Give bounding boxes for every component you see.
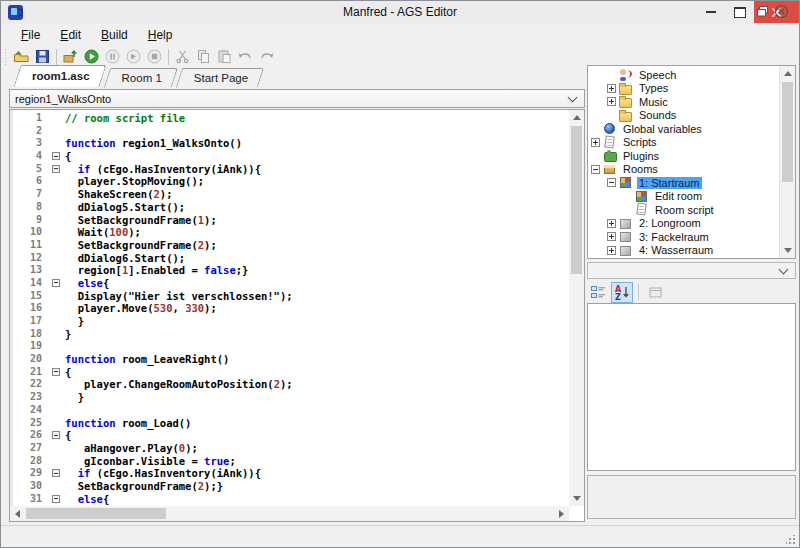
fold-collapse-icon[interactable] — [52, 495, 60, 503]
folder-icon — [619, 82, 633, 95]
tree-item-scripts[interactable]: Scripts — [589, 136, 779, 150]
room-gray-icon — [619, 230, 633, 243]
build-button[interactable] — [60, 47, 81, 67]
vertical-scroll-thumb[interactable] — [782, 82, 793, 182]
code-line: 18} — [10, 328, 569, 341]
project-tree[interactable]: SpeechTypesMusicSoundsGlobal variablesSc… — [587, 65, 796, 259]
tree-item-label: Sounds — [637, 109, 678, 121]
code-line: 1// room script file — [10, 112, 569, 125]
status-bar — [1, 525, 799, 548]
scroll-down-button[interactable] — [569, 491, 584, 506]
minimize-button[interactable] — [696, 1, 725, 23]
code-line: 11 SetBackgroundFrame(2); — [10, 239, 569, 252]
fold-margin — [50, 150, 65, 163]
scroll-up-button[interactable] — [780, 66, 795, 81]
code-area[interactable]: 1// room script file23function region1_W… — [10, 110, 569, 506]
function-dropdown[interactable]: region1_WalksOnto — [9, 89, 585, 108]
save-button[interactable] — [32, 47, 53, 67]
tree-item-4-wasserraum[interactable]: 4: Wasserraum — [589, 244, 779, 258]
collapse-minus-icon[interactable] — [591, 165, 600, 174]
menu-item-help[interactable]: Help — [140, 26, 181, 44]
tree-item-plugins[interactable]: Plugins — [589, 149, 779, 163]
paste-button[interactable] — [214, 47, 235, 67]
line-number: 16 — [10, 302, 50, 315]
tree-item-speech[interactable]: Speech — [589, 68, 779, 82]
window-list-button[interactable] — [755, 4, 770, 23]
code-text: gIconbar.Visible = true; — [65, 455, 236, 468]
tree-item-label: 1: Startraum — [637, 177, 702, 189]
code-line: 3function region1_WalksOnto() — [10, 137, 569, 150]
fold-collapse-icon[interactable] — [52, 165, 60, 173]
undo-button[interactable] — [235, 47, 256, 67]
tree-item-types[interactable]: Types — [589, 82, 779, 96]
tree-filter-dropdown[interactable] — [587, 262, 796, 279]
tree-item-label: Rooms — [621, 163, 660, 175]
tree-item-music[interactable]: Music — [589, 95, 779, 109]
script-editor[interactable]: 1// room script file23function region1_W… — [9, 109, 585, 522]
tree-item-3-fackelraum[interactable]: 3: Fackelraum — [589, 230, 779, 244]
expand-plus-icon[interactable] — [607, 246, 616, 255]
scroll-down-button[interactable] — [780, 243, 795, 258]
open-file-button[interactable] — [11, 47, 32, 67]
scroll-left-button[interactable] — [10, 506, 25, 521]
editor-horizontal-scrollbar[interactable] — [10, 506, 569, 521]
expand-plus-icon[interactable] — [607, 84, 616, 93]
run-button[interactable] — [81, 47, 102, 67]
expand-plus-icon[interactable] — [607, 232, 616, 241]
scroll-right-button[interactable] — [554, 506, 569, 521]
fold-collapse-icon[interactable] — [52, 431, 60, 439]
fold-collapse-icon[interactable] — [52, 368, 60, 376]
alphabetical-sort-button[interactable]: A Z — [611, 282, 633, 303]
code-line: 30 SetBackgroundFrame(2);} — [10, 480, 569, 493]
app-window: Manfred - AGS Editor FileEditBuildHelp — [0, 0, 800, 548]
stop-button[interactable] — [144, 47, 165, 67]
menu-item-edit[interactable]: Edit — [52, 26, 89, 44]
close-tab-button[interactable] — [774, 4, 789, 23]
property-pages-button[interactable] — [644, 282, 666, 303]
copy-button[interactable] — [193, 47, 214, 67]
tree-item-5-k-[interactable]: 5: Kü — [589, 257, 779, 258]
tab-room-1[interactable]: Room 1 — [107, 68, 175, 87]
scroll-up-button[interactable] — [569, 110, 584, 125]
cut-button[interactable] — [172, 47, 193, 67]
expand-plus-icon[interactable] — [591, 138, 600, 147]
tree-item-1-startraum[interactable]: 1: Startraum — [589, 176, 779, 190]
maximize-button[interactable] — [725, 1, 754, 23]
resize-grip-icon[interactable] — [786, 535, 796, 545]
tree-item-global-variables[interactable]: Global variables — [589, 122, 779, 136]
fold-margin — [50, 429, 65, 442]
fold-margin — [50, 404, 65, 417]
tree-item-2-longroom[interactable]: 2: Longroom — [589, 217, 779, 231]
menu-item-build[interactable]: Build — [93, 26, 136, 44]
properties-grid[interactable] — [587, 303, 796, 471]
fold-collapse-icon[interactable] — [52, 152, 60, 160]
redo-button[interactable] — [256, 47, 277, 67]
expand-plus-icon[interactable] — [607, 97, 616, 106]
vertical-scroll-thumb[interactable] — [571, 126, 582, 274]
code-text: aHangover.Play(0); — [65, 442, 198, 455]
toolbar-separator — [168, 49, 169, 65]
categorized-sort-button[interactable] — [587, 282, 609, 303]
tree-vertical-scrollbar[interactable] — [779, 66, 795, 258]
fold-collapse-icon[interactable] — [52, 469, 60, 477]
title-bar[interactable]: Manfred - AGS Editor — [1, 1, 799, 24]
tab-room1-asc[interactable]: room1.asc — [17, 65, 103, 87]
tree-item-edit-room[interactable]: Edit room — [589, 190, 779, 204]
editor-vertical-scrollbar[interactable] — [569, 110, 584, 506]
tree-item-room-script[interactable]: Room script — [589, 203, 779, 217]
tree-item-label: Global variables — [621, 123, 704, 135]
expand-plus-icon[interactable] — [607, 219, 616, 228]
menu-item-file[interactable]: File — [13, 26, 48, 44]
tree-item-sounds[interactable]: Sounds — [589, 109, 779, 123]
maximize-icon — [734, 7, 746, 18]
tree-item-label: Music — [637, 96, 670, 108]
fold-collapse-icon[interactable] — [52, 279, 60, 287]
tab-start-page[interactable]: Start Page — [179, 68, 261, 87]
fold-margin — [50, 366, 65, 379]
pause-button[interactable] — [102, 47, 123, 67]
step-button[interactable] — [123, 47, 144, 67]
tree-item-rooms[interactable]: Rooms — [589, 163, 779, 177]
fold-margin — [50, 480, 65, 493]
collapse-minus-icon[interactable] — [607, 178, 616, 187]
horizontal-scroll-thumb[interactable] — [26, 508, 166, 519]
